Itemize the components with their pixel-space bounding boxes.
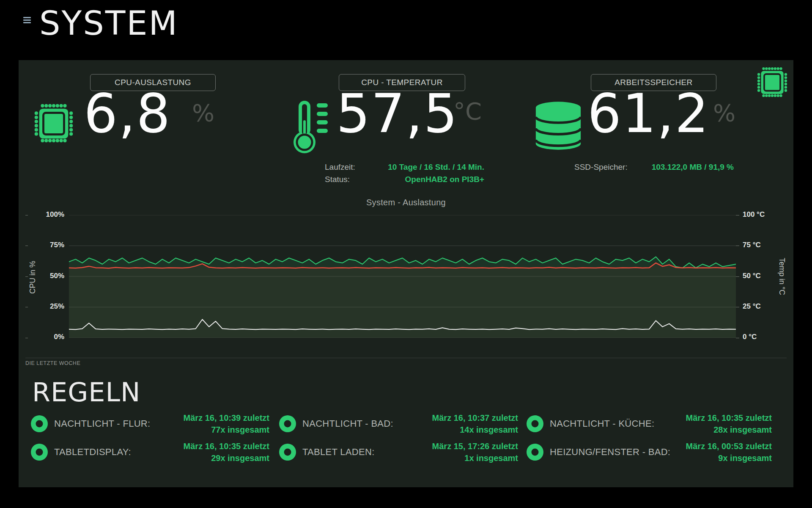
- toggle-dot-icon: [31, 444, 48, 461]
- toggle-dot-icon: [279, 444, 296, 461]
- rule-total-count: 1x insgesamt: [375, 452, 518, 464]
- status-value: OpenHAB2 on PI3B+: [405, 173, 484, 185]
- system-panel: CPU-AUSLASTUNG CPU - TEMPERATUR ARBEITSS…: [19, 60, 793, 487]
- axis-tick: [25, 215, 28, 215]
- y-axis-title-right: Temp in °C: [777, 258, 786, 295]
- memory-unit: %: [713, 99, 735, 127]
- chart-title: System - Auslastung: [19, 198, 793, 207]
- uptime-value: 10 Tage / 16 Std. / 14 Min.: [388, 161, 484, 173]
- thermometer-icon: [293, 100, 328, 154]
- axis-tick: [25, 276, 28, 277]
- menu-icon[interactable]: [23, 17, 32, 24]
- page-title: SYSTEM: [39, 4, 178, 42]
- y-axis-tick-label: 75%: [19, 241, 64, 249]
- section-divider: [25, 358, 787, 358]
- axis-tick: [25, 246, 28, 246]
- system-load-chart: [69, 215, 736, 338]
- chip-icon: [756, 66, 788, 99]
- cpu-temp-value: 57,5: [336, 79, 458, 149]
- toggle-dot-icon: [31, 415, 48, 432]
- toggle-dot-icon: [527, 415, 543, 432]
- rule-label: TABLET LADEN:: [302, 447, 375, 458]
- y-axis-tick-label: 0%: [19, 333, 64, 341]
- database-icon: [532, 101, 584, 151]
- rule-label: NACHTLICHT - BAD:: [302, 418, 393, 429]
- rules-section-title: REGELN: [32, 377, 140, 408]
- y-axis-tick-label: 100 °C: [743, 210, 789, 219]
- toggle-dot-icon: [279, 415, 296, 432]
- rule-item-heizung-fenster-bad: HEIZUNG/FENSTER - BAD: März 16, 00:53 zu…: [527, 440, 772, 464]
- system-info-rows: Laufzeit:10 Tage / 16 Std. / 14 Min. Sta…: [325, 161, 484, 185]
- memory-value: 61,2: [587, 79, 710, 149]
- rule-label: NACHTLICHT - FLUR:: [54, 418, 150, 429]
- chart-plot-area: [69, 215, 736, 338]
- y-axis-tick-label: 100%: [19, 210, 64, 219]
- y-axis-tick-label: 25 °C: [743, 302, 789, 311]
- rule-label: TABLETDISPLAY:: [54, 447, 131, 458]
- rule-last-triggered: März 16, 10:37 zuletzt: [393, 412, 518, 424]
- rule-value: März 16, 00:53 zuletzt 9x insgesamt: [670, 440, 772, 464]
- rule-value: März 15, 17:26 zuletzt 1x insgesamt: [375, 440, 518, 464]
- rule-last-triggered: März 16, 10:39 zuletzt: [150, 412, 269, 424]
- rule-last-triggered: März 16, 10:35 zuletzt: [654, 412, 772, 424]
- axis-tick: [736, 307, 739, 307]
- rule-value: März 16, 10:39 zuletzt 77x insgesamt: [150, 412, 269, 436]
- rule-total-count: 9x insgesamt: [670, 452, 772, 464]
- toggle-dot-icon: [527, 444, 543, 461]
- rule-total-count: 28x insgesamt: [654, 424, 772, 436]
- status-label: Status:: [325, 173, 350, 185]
- rule-total-count: 29x insgesamt: [131, 452, 269, 464]
- chip-icon: [33, 102, 74, 144]
- rule-item-nachtlicht-flur: NACHTLICHT - FLUR: März 16, 10:39 zuletz…: [31, 412, 269, 436]
- axis-tick: [25, 338, 28, 338]
- rule-last-triggered: März 16, 00:53 zuletzt: [670, 440, 772, 452]
- rule-item-nachtlicht-kueche: NACHTLICHT - KÜCHE: März 16, 10:35 zulet…: [527, 412, 772, 436]
- axis-tick: [736, 215, 739, 215]
- rule-item-tablet-laden: TABLET LADEN: März 15, 17:26 zuletzt 1x …: [279, 440, 518, 464]
- y-axis-tick-label: 75 °C: [743, 241, 789, 249]
- rule-last-triggered: März 16, 10:35 zuletzt: [131, 440, 269, 452]
- uptime-label: Laufzeit:: [325, 161, 355, 173]
- dashboard-page: SYSTEM CPU-AUSLASTUNG CPU - TEMPERATUR A…: [0, 0, 812, 508]
- ssd-info-row: SSD-Speicher:103.122,0 MB / 91,9 %: [574, 161, 734, 173]
- ssd-label: SSD-Speicher:: [574, 161, 628, 173]
- rule-total-count: 77x insgesamt: [150, 424, 269, 436]
- cpu-usage-value: 6,8: [84, 79, 171, 149]
- rule-value: März 16, 10:35 zuletzt 29x insgesamt: [131, 440, 269, 464]
- y-axis-tick-label: 25%: [19, 302, 64, 311]
- cpu-usage-unit: %: [192, 99, 214, 127]
- rule-label: NACHTLICHT - KÜCHE:: [550, 418, 654, 429]
- y-axis-tick-label: 50%: [19, 272, 64, 280]
- rule-value: März 16, 10:35 zuletzt 28x insgesamt: [654, 412, 772, 436]
- rule-total-count: 14x insgesamt: [393, 424, 518, 436]
- axis-tick: [736, 276, 739, 277]
- cpu-temp-unit: °C: [453, 97, 482, 125]
- y-axis-tick-label: 0 °C: [743, 333, 789, 341]
- rule-value: März 16, 10:37 zuletzt 14x insgesamt: [393, 412, 518, 436]
- chart-footer: DIE LETZTE WOCHE: [25, 360, 80, 366]
- axis-tick: [736, 246, 739, 246]
- y-axis-title-left: CPU in %: [28, 261, 37, 294]
- rule-last-triggered: März 15, 17:26 zuletzt: [375, 440, 518, 452]
- axis-tick: [25, 307, 28, 307]
- rule-item-nachtlicht-bad: NACHTLICHT - BAD: März 16, 10:37 zuletzt…: [279, 412, 518, 436]
- ssd-value: 103.122,0 MB / 91,9 %: [652, 161, 734, 173]
- rule-item-tabletdisplay: TABLETDISPLAY: März 16, 10:35 zuletzt 29…: [31, 440, 269, 464]
- rule-label: HEIZUNG/FENSTER - BAD:: [550, 447, 670, 458]
- axis-tick: [736, 338, 739, 338]
